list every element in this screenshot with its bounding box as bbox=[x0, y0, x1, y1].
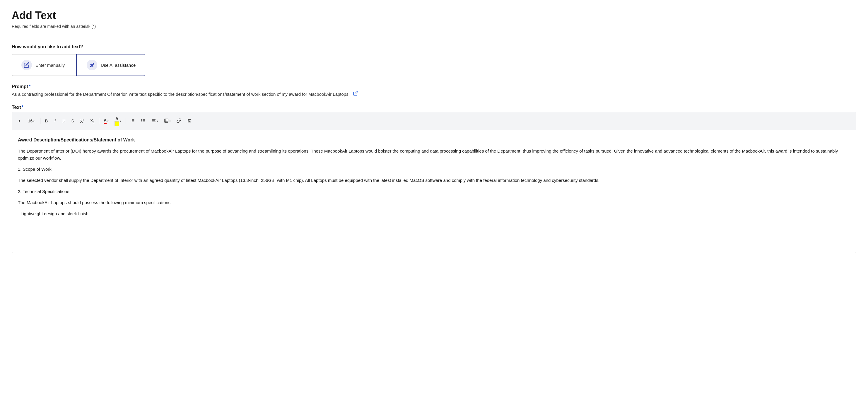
underline-btn[interactable]: U bbox=[60, 117, 68, 125]
bold-btn[interactable]: B bbox=[42, 117, 50, 125]
page-title: Add Text bbox=[12, 9, 856, 22]
unordered-list-btn[interactable] bbox=[138, 117, 148, 126]
required-note: Required fields are marked with an aster… bbox=[12, 24, 856, 29]
use-ai-btn[interactable]: Use AI assistance bbox=[76, 54, 145, 76]
tech-header: 2. Technical Specifications bbox=[18, 188, 850, 195]
how-question: How would you like to add text? bbox=[12, 44, 856, 50]
prompt-text: As a contracting professional for the De… bbox=[12, 91, 856, 98]
pencil-icon bbox=[21, 60, 32, 70]
text-label: Text* bbox=[12, 105, 856, 110]
highlight-swatch bbox=[115, 121, 119, 126]
ai-toolbar-btn[interactable]: ✦ bbox=[15, 117, 24, 125]
clear-format-btn[interactable] bbox=[185, 117, 194, 126]
prompt-label: Prompt* bbox=[12, 84, 856, 89]
strikethrough-btn[interactable]: S bbox=[68, 117, 77, 125]
content-heading: Award Description/Specifications/Stateme… bbox=[18, 136, 850, 144]
font-size-chevron: ▾ bbox=[33, 120, 35, 123]
font-color-chevron: ▾ bbox=[107, 120, 108, 123]
font-size-btn[interactable]: 16 ▾ bbox=[24, 117, 38, 125]
section-divider bbox=[12, 36, 856, 36]
scope-header: 1. Scope of Work bbox=[18, 166, 850, 173]
editor-toolbar: ✦ 16 ▾ B I U S bbox=[12, 112, 856, 130]
subscript-btn[interactable]: X2 bbox=[88, 117, 97, 126]
table-btn[interactable]: ▾ bbox=[161, 117, 174, 126]
editor-wrapper: ✦ 16 ▾ B I U S bbox=[12, 112, 856, 253]
link-btn[interactable] bbox=[174, 117, 184, 126]
edit-prompt-icon[interactable] bbox=[353, 91, 358, 96]
svg-point-12 bbox=[142, 120, 142, 121]
enter-manually-label: Enter manually bbox=[35, 63, 65, 68]
content-para3: The MacbookAir Laptops should possess th… bbox=[18, 199, 850, 206]
svg-point-11 bbox=[142, 119, 142, 120]
svg-point-0 bbox=[93, 63, 94, 64]
table-chevron: ▾ bbox=[169, 120, 171, 123]
editor-content[interactable]: Award Description/Specifications/Stateme… bbox=[12, 130, 856, 253]
use-ai-label: Use AI assistance bbox=[101, 63, 135, 68]
toolbar-sep-2 bbox=[99, 118, 99, 124]
superscript-btn[interactable]: X2 bbox=[77, 117, 87, 125]
toolbar-sep-1 bbox=[40, 118, 40, 124]
content-para2: The selected vendor shall supply the Dep… bbox=[18, 177, 850, 184]
align-chevron: ▾ bbox=[157, 120, 158, 123]
mode-selector: Enter manually Use AI assistance bbox=[12, 54, 856, 76]
align-btn[interactable]: ▾ bbox=[149, 117, 161, 126]
content-para1: The Department of Interior (DOI) hereby … bbox=[18, 148, 850, 162]
svg-point-13 bbox=[142, 122, 142, 122]
content-spec1: - Lightweight design and sleek finish bbox=[18, 210, 850, 217]
font-color-btn[interactable]: A ▾ bbox=[101, 116, 111, 126]
prompt-section: Prompt* As a contracting professional fo… bbox=[12, 84, 856, 98]
italic-btn[interactable]: I bbox=[51, 117, 59, 125]
svg-text:3: 3 bbox=[131, 121, 131, 122]
ordered-list-btn[interactable]: 1 2 3 bbox=[128, 117, 137, 126]
ai-icon bbox=[87, 60, 97, 70]
highlight-color-btn[interactable]: A ▾ bbox=[112, 115, 124, 128]
toolbar-sep-3 bbox=[126, 118, 126, 124]
enter-manually-btn[interactable]: Enter manually bbox=[12, 54, 76, 76]
text-section: Text* ✦ 16 ▾ B I U bbox=[12, 105, 856, 253]
svg-point-1 bbox=[90, 66, 91, 67]
highlight-chevron: ▾ bbox=[120, 120, 121, 123]
svg-rect-17 bbox=[164, 119, 168, 122]
